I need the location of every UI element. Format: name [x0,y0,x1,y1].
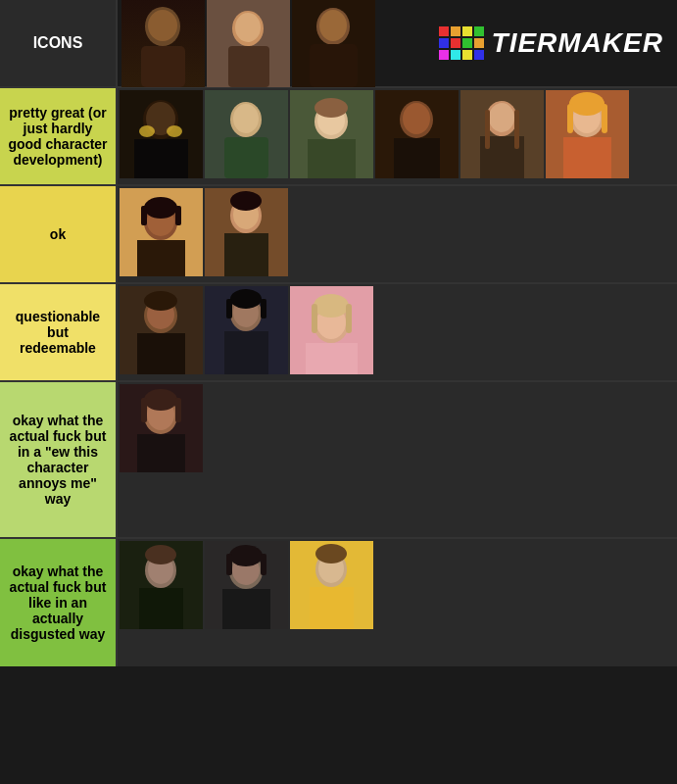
svg-rect-7 [228,46,269,87]
tier-label-4: okay what the actual fuck but in a "ew t… [0,382,118,537]
grid-cell [462,26,472,36]
svg-rect-88 [175,398,181,422]
svg-rect-38 [514,110,519,149]
grid-cell [451,26,460,36]
svg-point-13 [319,10,347,41]
svg-point-4 [148,10,177,41]
grid-cell [474,26,484,36]
svg-rect-87 [141,398,147,422]
svg-point-52 [144,197,177,219]
svg-rect-63 [137,333,185,374]
svg-point-60 [230,191,262,211]
svg-rect-50 [137,240,185,276]
svg-rect-3 [141,46,185,87]
grid-cell [439,38,449,48]
header-photo-1 [121,0,205,87]
grid-cell [451,50,460,60]
tier4-photo-1 [120,384,203,472]
svg-rect-54 [175,206,181,225]
grid-cell [474,50,484,60]
tier-row-4: okay what the actual fuck but in a "ew t… [0,382,677,539]
header-content: TiERMAKER [118,0,677,86]
svg-point-23 [233,104,259,133]
tier-label-1: pretty great (or just hardly good charac… [0,88,118,184]
svg-rect-81 [346,304,352,333]
svg-rect-84 [137,434,185,472]
header-photo-3 [292,0,375,87]
svg-point-86 [144,389,177,411]
grid-cell [439,26,449,36]
svg-point-98 [229,545,263,566]
tier1-photo-4 [375,90,459,178]
tier3-photo-1 [120,286,203,374]
tier-content-1 [118,88,677,184]
tier1-photo-3 [290,90,373,178]
svg-rect-31 [394,138,440,178]
tier-content-5 [118,539,677,666]
grid-cell [462,50,472,60]
tier-row-2: ok [0,186,677,284]
svg-rect-91 [139,588,183,629]
tier5-photo-1 [120,541,203,629]
tier2-photo-2 [205,188,288,276]
svg-point-93 [145,545,176,564]
svg-point-32 [403,103,430,134]
tier-label-3: questionable but redeemable [0,284,118,380]
svg-point-36 [489,103,514,132]
svg-rect-42 [563,137,611,178]
tier1-photo-6 [546,90,629,178]
svg-rect-77 [306,343,358,374]
tier-label-2: ok [0,186,118,282]
grid-cell [439,50,449,60]
tier-row-5: okay what the actual fuck but like in an… [0,539,677,666]
tiermaker-grid [439,26,484,60]
svg-point-8 [235,13,261,42]
svg-rect-22 [224,137,268,178]
tier-content-2 [118,186,677,282]
svg-rect-46 [602,104,607,133]
svg-point-28 [314,98,348,118]
tier1-photo-2 [205,90,288,178]
tier2-photo-1 [120,188,203,276]
tiermaker-logo: TiERMAKER [439,26,673,60]
svg-point-71 [230,289,262,309]
svg-rect-100 [261,554,266,575]
tier5-photo-2 [205,541,288,629]
svg-rect-96 [222,589,270,629]
svg-rect-73 [261,299,266,318]
tier-label-5: okay what the actual fuck but like in an… [0,539,118,666]
grid-cell [451,38,460,48]
svg-point-65 [144,291,177,311]
tier-row-1: pretty great (or just hardly good charac… [0,88,677,186]
tier-content-3 [118,284,677,380]
svg-point-18 [139,125,155,137]
svg-point-44 [569,92,604,116]
svg-rect-17 [134,139,188,178]
svg-rect-45 [567,104,573,133]
svg-rect-104 [310,587,354,629]
svg-rect-12 [310,44,358,87]
svg-rect-69 [224,331,268,374]
header-photo-2 [207,0,290,87]
svg-rect-58 [224,233,268,276]
svg-rect-99 [226,554,232,575]
tier3-photo-3 [290,286,373,374]
svg-rect-72 [226,299,232,318]
tier1-photo-1 [120,90,203,178]
svg-rect-37 [485,110,490,149]
svg-point-106 [315,544,347,564]
header-row: ICONS [0,0,677,88]
svg-point-19 [167,125,182,137]
svg-rect-26 [308,139,356,178]
svg-point-79 [314,294,349,318]
tier3-photo-2 [205,286,288,374]
tiermaker-text: TiERMAKER [492,27,663,59]
icons-label: ICONS [0,0,118,86]
grid-cell [474,38,484,48]
tier5-photo-3 [290,541,373,629]
svg-rect-80 [312,304,317,333]
grid-cell [462,38,472,48]
svg-rect-53 [141,206,147,225]
tier1-photo-5 [460,90,544,178]
tier-row-3: questionable but redeemable [0,284,677,382]
